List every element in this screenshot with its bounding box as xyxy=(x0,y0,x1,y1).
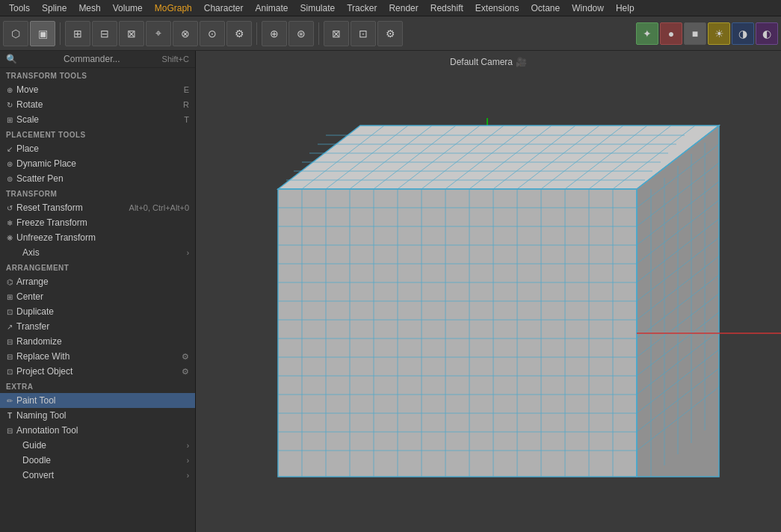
toolbar-select-btn[interactable]: ⬡ xyxy=(3,21,28,46)
menu-scale[interactable]: ⊞ Scale T xyxy=(0,112,195,127)
toolbar-red-btn[interactable]: ● xyxy=(660,22,682,45)
menu-replace-with[interactable]: ⊟ Replace With ⚙ xyxy=(0,349,195,364)
menu-help[interactable]: Help xyxy=(610,1,640,15)
reset-transform-shortcut: Alt+0, Ctrl+Alt+0 xyxy=(129,203,189,212)
menu-dynamic-place[interactable]: ⊛ Dynamic Place xyxy=(0,156,195,171)
menu-naming-tool[interactable]: T Naming Tool xyxy=(0,408,195,423)
replace-gear-icon: ⚙ xyxy=(182,352,189,362)
menu-redshift[interactable]: Redshift xyxy=(425,1,469,15)
doodle-label: Doodle xyxy=(22,455,187,466)
menu-character[interactable]: Character xyxy=(198,1,250,15)
toolbar-constraint-btn[interactable]: ⊕ xyxy=(262,21,287,46)
unfreeze-icon: ❋ xyxy=(4,232,15,243)
menu-tools[interactable]: Tools xyxy=(3,1,36,15)
rotate-label: Rotate xyxy=(16,99,183,110)
move-shortcut: E xyxy=(184,85,189,94)
menu-duplicate[interactable]: ⊡ Duplicate xyxy=(0,304,195,319)
menu-arrange[interactable]: ⌬ Arrange xyxy=(0,274,195,289)
transfer-label: Transfer xyxy=(16,321,189,332)
section-extra: EXTRA xyxy=(0,379,195,393)
menu-move[interactable]: ⊕ Move E xyxy=(0,82,195,97)
project-label: Project Object xyxy=(16,366,179,377)
viewport[interactable]: Default Camera 🎥 xyxy=(196,51,781,532)
toolbar-green-btn[interactable]: ✦ xyxy=(636,22,658,45)
menu-center[interactable]: ⊞ Center xyxy=(0,289,195,304)
duplicate-icon: ⊡ xyxy=(4,306,15,317)
toolbar-btn7[interactable]: ⚙ xyxy=(226,21,252,46)
menu-annotation-tool[interactable]: ⊟ Annotation Tool xyxy=(0,423,195,438)
commander-shortcut: Shift+C xyxy=(162,55,189,64)
menu-reset-transform[interactable]: ↺ Reset Transform Alt+0, Ctrl+Alt+0 xyxy=(0,200,195,215)
randomize-icon: ⊟ xyxy=(4,336,15,347)
menu-simulate[interactable]: Simulate xyxy=(294,1,342,15)
menu-freeze-transform[interactable]: ❄ Freeze Transform xyxy=(0,215,195,230)
toolbar-btn4[interactable]: ⌖ xyxy=(146,21,171,46)
toolbar-yellow-btn[interactable]: ☀ xyxy=(708,22,730,45)
scale-icon: ⊞ xyxy=(4,114,15,125)
menu-window[interactable]: Window xyxy=(566,1,610,15)
menu-octane[interactable]: Octane xyxy=(525,1,567,15)
menu-transfer[interactable]: ↗ Transfer xyxy=(0,319,195,334)
camera-label: Default Camera xyxy=(450,57,513,67)
menu-place[interactable]: ↙ Place xyxy=(0,141,195,156)
guide-label: Guide xyxy=(22,440,187,451)
menu-rotate[interactable]: ↻ Rotate R xyxy=(0,97,195,112)
viewport-3d-scene xyxy=(196,73,781,532)
toolbar-render-btn2[interactable]: ⊡ xyxy=(351,21,376,46)
rotate-shortcut: R xyxy=(183,100,189,109)
place-icon: ↙ xyxy=(4,143,15,154)
paint-tool-label: Paint Tool xyxy=(16,395,189,406)
menu-mograph[interactable]: MoGraph xyxy=(149,1,198,15)
toolbar-btn6[interactable]: ⊙ xyxy=(200,21,225,46)
menu-extensions[interactable]: Extensions xyxy=(469,1,525,15)
menu-animate[interactable]: Animate xyxy=(249,1,294,15)
toolbar-render-btn1[interactable]: ⊠ xyxy=(324,21,349,46)
reset-transform-label: Reset Transform xyxy=(16,202,129,213)
toolbar-gray-btn[interactable]: ■ xyxy=(684,22,706,45)
randomize-label: Randomize xyxy=(16,336,189,347)
dynamic-place-icon: ⊛ xyxy=(4,158,15,169)
convert-arrow: › xyxy=(187,471,189,480)
menu-spline[interactable]: Spline xyxy=(36,1,72,15)
menu-axis[interactable]: Axis › xyxy=(0,245,195,260)
doodle-arrow: › xyxy=(187,457,189,465)
toolbar-btn1[interactable]: ⊞ xyxy=(65,21,90,46)
freeze-icon: ❄ xyxy=(4,217,15,228)
menu-bar: Tools Spline Mesh Volume MoGraph Charact… xyxy=(0,0,781,16)
toolbar-render-btn3[interactable]: ⚙ xyxy=(377,21,403,46)
menu-doodle[interactable]: Doodle › xyxy=(0,453,195,468)
project-icon: ⊡ xyxy=(4,366,15,377)
section-transform: TRANSFORM xyxy=(0,186,195,200)
menu-render[interactable]: Render xyxy=(383,1,424,15)
toolbar: ⬡ ▣ ⊞ ⊟ ⊠ ⌖ ⊗ ⊙ ⚙ ⊕ ⊛ ⊠ ⊡ ⚙ ✦ ● ■ ☀ ◑ ◐ xyxy=(0,16,781,51)
toolbar-btn3[interactable]: ⊠ xyxy=(119,21,144,46)
menu-guide[interactable]: Guide › xyxy=(0,438,195,453)
menu-volume[interactable]: Volume xyxy=(107,1,149,15)
menu-project-object[interactable]: ⊡ Project Object ⚙ xyxy=(0,364,195,379)
freeze-transform-label: Freeze Transform xyxy=(16,217,189,228)
viewport-label: Default Camera 🎥 xyxy=(450,57,527,67)
menu-convert[interactable]: Convert › xyxy=(0,468,195,483)
project-gear-icon: ⚙ xyxy=(182,367,189,377)
menu-randomize[interactable]: ⊟ Randomize xyxy=(0,334,195,349)
axis-arrow: › xyxy=(187,249,189,257)
toolbar-btn5[interactable]: ⊗ xyxy=(173,21,198,46)
toolbar-move-btn[interactable]: ▣ xyxy=(30,21,55,46)
center-label: Center xyxy=(16,291,189,302)
menu-tracker[interactable]: Tracker xyxy=(341,1,383,15)
arrange-label: Arrange xyxy=(16,276,189,287)
toolbar-sep1 xyxy=(60,22,61,45)
annotation-tool-icon: ⊟ xyxy=(4,425,15,436)
menu-paint-tool[interactable]: ✏ Paint Tool xyxy=(0,393,195,408)
commander-search-icon: 🔍 xyxy=(6,54,17,64)
menu-mesh[interactable]: Mesh xyxy=(72,1,106,15)
menu-scatter-pen[interactable]: ⊚ Scatter Pen xyxy=(0,171,195,186)
menu-unfreeze-transform[interactable]: ❋ Unfreeze Transform xyxy=(0,230,195,245)
axis-label: Axis xyxy=(22,247,187,258)
toolbar-purple-btn[interactable]: ◐ xyxy=(756,22,778,45)
place-label: Place xyxy=(16,143,189,154)
toolbar-snap-btn[interactable]: ⊛ xyxy=(288,21,314,46)
toolbar-btn2[interactable]: ⊟ xyxy=(92,21,117,46)
toolbar-blue-btn[interactable]: ◑ xyxy=(732,22,754,45)
commander-item[interactable]: 🔍 Commander... Shift+C xyxy=(0,51,195,68)
